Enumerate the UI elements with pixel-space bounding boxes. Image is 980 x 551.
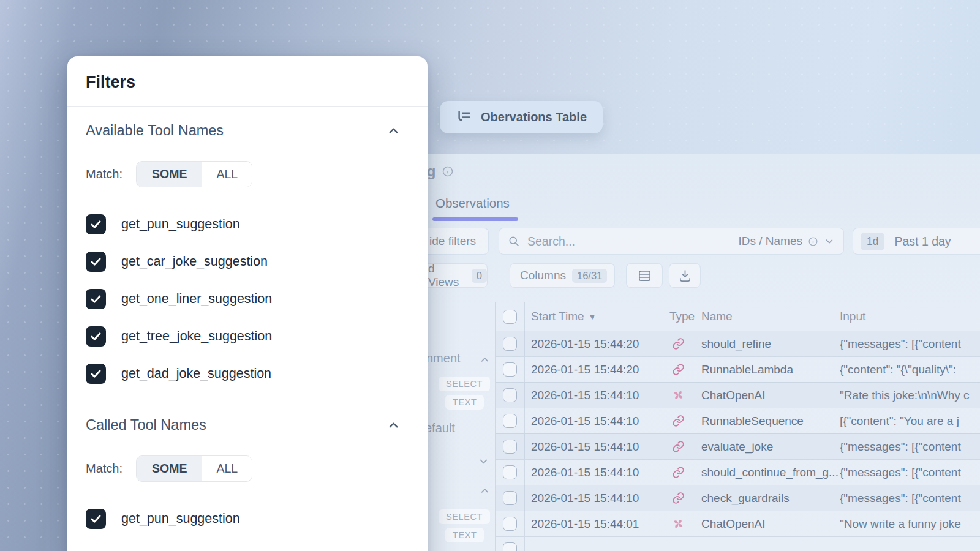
tool-checkbox-checked[interactable] <box>86 509 106 529</box>
time-range-dropdown[interactable]: 1d Past 1 day <box>853 228 980 255</box>
column-header-type[interactable]: Type <box>661 310 701 323</box>
search-input[interactable] <box>527 234 738 249</box>
check-icon <box>89 512 102 525</box>
search-icon <box>508 235 520 247</box>
table-row[interactable]: 2026-01-15 15:44:20 should_refine {"mess… <box>496 331 980 356</box>
table-row[interactable]: 2026-01-15 15:44:10 evaluate_joke {"mess… <box>496 433 980 459</box>
text-type-badge: TEXT <box>445 528 484 542</box>
row-checkbox[interactable] <box>503 465 517 479</box>
row-input: [{"content": "You are a j <box>840 414 980 428</box>
table-rows-icon <box>638 269 652 283</box>
active-tab-underline <box>432 217 518 221</box>
tool-filter-item[interactable]: get_car_joke_suggestion <box>86 243 401 280</box>
section-title: Available Tool Names <box>86 122 224 139</box>
row-start-time: 2026-01-15 15:44:10 <box>525 389 661 402</box>
tool-filter-item[interactable]: get_tree_joke_suggestion <box>86 318 401 355</box>
table-row[interactable]: 2026-01-15 15:44:01 ChatOpenAI "Now writ… <box>496 511 980 536</box>
filters-panel: Filters Available Tool Names Match: SOME… <box>67 56 428 551</box>
tool-checkbox-checked[interactable] <box>86 289 106 309</box>
row-start-time: 2026-01-15 15:44:20 <box>525 363 661 377</box>
row-checkbox[interactable] <box>503 414 517 428</box>
chevron-up-icon[interactable] <box>386 418 401 432</box>
chain-link-icon <box>672 337 685 350</box>
search-bar[interactable]: IDs / Names <box>499 228 844 255</box>
observations-table-callout: Obervations Table <box>440 101 603 133</box>
chain-link-icon <box>672 440 685 453</box>
tool-checkbox-checked[interactable] <box>86 252 106 272</box>
match-some-option[interactable]: SOME <box>137 162 202 187</box>
tool-label: get_car_joke_suggestion <box>121 254 268 269</box>
table-row-partial[interactable] <box>496 536 980 551</box>
row-checkbox[interactable] <box>503 542 517 551</box>
tab-observations[interactable]: Observations <box>435 196 510 211</box>
row-name: should_refine <box>701 337 840 351</box>
table-row[interactable]: 2026-01-15 15:44:10 RunnableSequence [{"… <box>496 408 980 433</box>
observations-page-screenshot: ng s Observations ide filters IDs / Name… <box>415 154 980 551</box>
text-type-badge: TEXT <box>445 395 484 410</box>
row-start-time: 2026-01-15 15:44:10 <box>525 466 661 479</box>
chevron-up-icon[interactable] <box>479 485 491 497</box>
info-icon <box>442 165 454 178</box>
tool-label: get_pun_suggestion <box>121 217 240 232</box>
side-section-fragment: nment <box>426 351 461 365</box>
column-header-name[interactable]: Name <box>701 310 840 323</box>
chain-link-icon <box>672 363 685 376</box>
row-checkbox[interactable] <box>503 491 517 505</box>
table-row[interactable]: 2026-01-15 15:44:20 RunnableLambda {"con… <box>496 356 980 382</box>
time-range-label: Past 1 day <box>894 234 971 249</box>
chevron-up-icon[interactable] <box>479 354 491 365</box>
divider <box>67 106 428 107</box>
table-row[interactable]: 2026-01-15 15:44:10 ChatOpenAI "Rate thi… <box>496 382 980 408</box>
export-button[interactable] <box>669 263 701 288</box>
row-input: "Now write a funny joke <box>840 517 980 531</box>
row-input: "Rate this joke:\n\nWhy c <box>840 389 980 402</box>
filter-section-available-tool-names: Available Tool Names Match: SOME ALL get… <box>67 122 428 538</box>
tool-filter-item[interactable]: get_pun_suggestion <box>86 206 401 243</box>
row-name: should_continue_from_g... <box>701 466 840 479</box>
row-height-button[interactable] <box>626 263 663 288</box>
chain-link-icon <box>672 414 685 427</box>
match-mode-toggle: SOME ALL <box>136 455 252 482</box>
list-tree-icon <box>456 109 472 126</box>
table-row[interactable]: 2026-01-15 15:44:10 check_guardrails {"m… <box>496 485 980 511</box>
tool-label: get_pun_suggestion <box>121 511 240 527</box>
column-header-start-time[interactable]: Start Time ▼ <box>525 310 661 323</box>
check-icon <box>89 218 102 231</box>
select-all-checkbox[interactable] <box>503 310 517 324</box>
row-name: RunnableSequence <box>701 414 840 428</box>
views-count-badge: 0 <box>472 269 487 283</box>
table-row[interactable]: 2026-01-15 15:44:10 should_continue_from… <box>496 459 980 485</box>
row-name: check_guardrails <box>701 492 840 505</box>
row-checkbox[interactable] <box>503 517 517 531</box>
page-background: ng s Observations ide filters IDs / Name… <box>0 0 980 551</box>
row-start-time: 2026-01-15 15:44:10 <box>525 414 661 428</box>
match-some-option[interactable]: SOME <box>137 456 202 481</box>
row-checkbox[interactable] <box>503 388 517 402</box>
chain-link-icon <box>672 492 685 504</box>
search-scope-dropdown[interactable]: IDs / Names <box>738 234 835 248</box>
tool-checkbox-checked[interactable] <box>86 214 106 234</box>
match-label: Match: <box>86 167 123 181</box>
tool-checkbox-checked[interactable] <box>86 326 106 347</box>
chevron-up-icon[interactable] <box>386 124 401 138</box>
tool-filter-item[interactable]: get_one_liner_suggestion <box>86 280 401 318</box>
saved-views-button[interactable]: d Views 0 <box>419 263 488 288</box>
columns-button[interactable]: Columns 16/31 <box>510 263 615 288</box>
row-name: evaluate_joke <box>701 440 840 454</box>
select-type-badge: SELECT <box>439 377 490 391</box>
row-name: RunnableLambda <box>701 363 840 377</box>
check-icon <box>89 255 102 268</box>
row-checkbox[interactable] <box>503 440 517 454</box>
match-all-option[interactable]: ALL <box>202 162 252 187</box>
match-all-option[interactable]: ALL <box>202 456 252 481</box>
row-checkbox[interactable] <box>503 362 517 377</box>
tool-checkbox-checked[interactable] <box>86 364 106 384</box>
tool-filter-item[interactable]: get_dad_joke_suggestion <box>86 355 401 392</box>
column-header-input[interactable]: Input <box>840 310 980 323</box>
row-checkbox[interactable] <box>503 337 517 351</box>
chevron-down-icon[interactable] <box>478 455 489 467</box>
row-start-time: 2026-01-15 15:44:10 <box>525 492 661 505</box>
hide-filters-button[interactable]: ide filters <box>419 228 489 255</box>
tool-filter-item[interactable]: get_pun_suggestion <box>86 500 401 538</box>
row-start-time: 2026-01-15 15:44:10 <box>525 440 661 454</box>
